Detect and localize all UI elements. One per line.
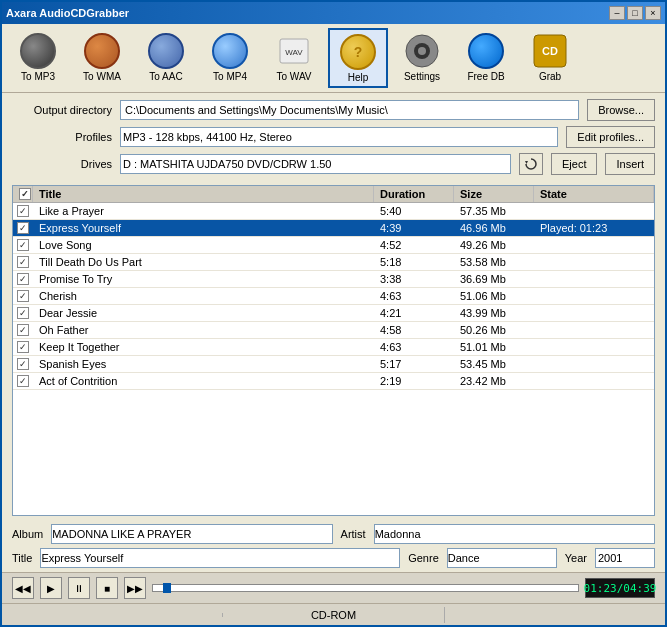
track-checkbox[interactable] (17, 256, 29, 268)
title-label: Title (12, 552, 32, 564)
grab-button[interactable]: CD Grab (520, 28, 580, 88)
insert-button[interactable]: Insert (605, 153, 655, 175)
track-state (534, 339, 654, 355)
free-db-label: Free DB (467, 71, 504, 82)
table-row[interactable]: Oh Father4:5850.26 Mb (13, 322, 654, 339)
track-checkbox[interactable] (17, 375, 29, 387)
track-duration: 4:63 (374, 288, 454, 304)
title-bar: Axara AudioCDGrabber – □ × (2, 2, 665, 24)
track-checkbox[interactable] (17, 341, 29, 353)
table-row[interactable]: Keep It Together4:6351.01 Mb (13, 339, 654, 356)
minimize-button[interactable]: – (609, 6, 625, 20)
select-all-checkbox[interactable] (19, 188, 31, 200)
settings-button[interactable]: Settings (392, 28, 452, 88)
track-duration: 5:18 (374, 254, 454, 270)
to-aac-button[interactable]: To AAC (136, 28, 196, 88)
settings-label: Settings (404, 71, 440, 82)
track-checkbox[interactable] (17, 324, 29, 336)
header-title: Title (33, 186, 374, 202)
table-row[interactable]: Spanish Eyes5:1753.45 Mb (13, 356, 654, 373)
mp4-icon (212, 33, 248, 69)
table-row[interactable]: Dear Jessie4:2143.99 Mb (13, 305, 654, 322)
time-display: 01:23/04:39 (585, 578, 655, 598)
window-title: Axara AudioCDGrabber (6, 7, 129, 19)
track-checkbox[interactable] (17, 290, 29, 302)
prev-button[interactable]: ◀◀ (12, 577, 34, 599)
refresh-button[interactable] (519, 153, 543, 175)
free-db-button[interactable]: Free DB (456, 28, 516, 88)
track-state (534, 237, 654, 253)
status-right (445, 613, 665, 617)
table-row[interactable]: Express Yourself4:3946.96 MbPlayed: 01:2… (13, 220, 654, 237)
track-title: Promise To Try (33, 271, 374, 287)
title-select[interactable]: Express Yourself (40, 548, 400, 568)
to-mp3-button[interactable]: To MP3 (8, 28, 68, 88)
genre-select[interactable]: Dance (447, 548, 557, 568)
table-row[interactable]: Promise To Try3:3836.69 Mb (13, 271, 654, 288)
stop-button[interactable]: ■ (96, 577, 118, 599)
track-title: Act of Contrition (33, 373, 374, 389)
to-aac-label: To AAC (149, 71, 182, 82)
aac-icon (148, 33, 184, 69)
header-state: State (534, 186, 654, 202)
track-checkbox[interactable] (17, 239, 29, 251)
output-row: Output directory Browse... (12, 99, 655, 121)
window-controls: – □ × (609, 6, 661, 20)
header-check (13, 186, 33, 202)
track-state (534, 356, 654, 372)
drives-select[interactable]: D : MATSHITA UJDA750 DVD/CDRW 1.50 (120, 154, 511, 174)
maximize-button[interactable]: □ (627, 6, 643, 20)
mp3-icon (20, 33, 56, 69)
to-mp4-label: To MP4 (213, 71, 247, 82)
drives-row: Drives D : MATSHITA UJDA750 DVD/CDRW 1.5… (12, 153, 655, 175)
progress-thumb[interactable] (163, 583, 171, 593)
title-row: Title Express Yourself Genre Dance Year (12, 548, 655, 568)
year-input[interactable] (595, 548, 655, 568)
track-list: Title Duration Size State Like a Prayer5… (12, 185, 655, 516)
profiles-label: Profiles (12, 131, 112, 143)
eject-button[interactable]: Eject (551, 153, 597, 175)
track-state (534, 203, 654, 219)
table-row[interactable]: Cherish4:6351.06 Mb (13, 288, 654, 305)
profiles-row: Profiles MP3 - 128 kbps, 44100 Hz, Stere… (12, 126, 655, 148)
track-checkbox[interactable] (17, 273, 29, 285)
to-wav-button[interactable]: WAV To WAV (264, 28, 324, 88)
browse-button[interactable]: Browse... (587, 99, 655, 121)
edit-profiles-button[interactable]: Edit profiles... (566, 126, 655, 148)
track-checkbox[interactable] (17, 222, 29, 234)
play-button[interactable]: ▶ (40, 577, 62, 599)
help-button[interactable]: ? Help (328, 28, 388, 88)
close-button[interactable]: × (645, 6, 661, 20)
track-rows: Like a Prayer5:4057.35 MbExpress Yoursel… (13, 203, 654, 390)
pause-button[interactable]: ⏸ (68, 577, 90, 599)
help-icon: ? (340, 34, 376, 70)
track-size: 46.96 Mb (454, 220, 534, 236)
drives-label: Drives (12, 158, 112, 170)
track-size: 49.26 Mb (454, 237, 534, 253)
output-input[interactable] (120, 100, 579, 120)
track-title: Till Death Do Us Part (33, 254, 374, 270)
track-checkbox[interactable] (17, 307, 29, 319)
table-row[interactable]: Till Death Do Us Part5:1853.58 Mb (13, 254, 654, 271)
album-select[interactable]: MADONNA LIKE A PRAYER (51, 524, 332, 544)
track-checkbox[interactable] (17, 205, 29, 217)
progress-track[interactable] (152, 584, 579, 592)
table-row[interactable]: Love Song4:5249.26 Mb (13, 237, 654, 254)
artist-label: Artist (341, 528, 366, 540)
toolbar: To MP3 To WMA To AAC To MP4 WAV To WAV ?… (2, 24, 665, 93)
track-state (534, 271, 654, 287)
track-duration: 5:40 (374, 203, 454, 219)
svg-marker-7 (525, 161, 528, 164)
artist-select[interactable]: Madonna (374, 524, 655, 544)
to-wma-button[interactable]: To WMA (72, 28, 132, 88)
to-mp4-button[interactable]: To MP4 (200, 28, 260, 88)
table-row[interactable]: Act of Contrition2:1923.42 Mb (13, 373, 654, 390)
track-title: Keep It Together (33, 339, 374, 355)
profiles-select[interactable]: MP3 - 128 kbps, 44100 Hz, Stereo (120, 127, 558, 147)
track-title: Spanish Eyes (33, 356, 374, 372)
track-title: Love Song (33, 237, 374, 253)
table-row[interactable]: Like a Prayer5:4057.35 Mb (13, 203, 654, 220)
player-bar: ◀◀ ▶ ⏸ ■ ▶▶ 01:23/04:39 (2, 572, 665, 603)
next-button[interactable]: ▶▶ (124, 577, 146, 599)
track-checkbox[interactable] (17, 358, 29, 370)
